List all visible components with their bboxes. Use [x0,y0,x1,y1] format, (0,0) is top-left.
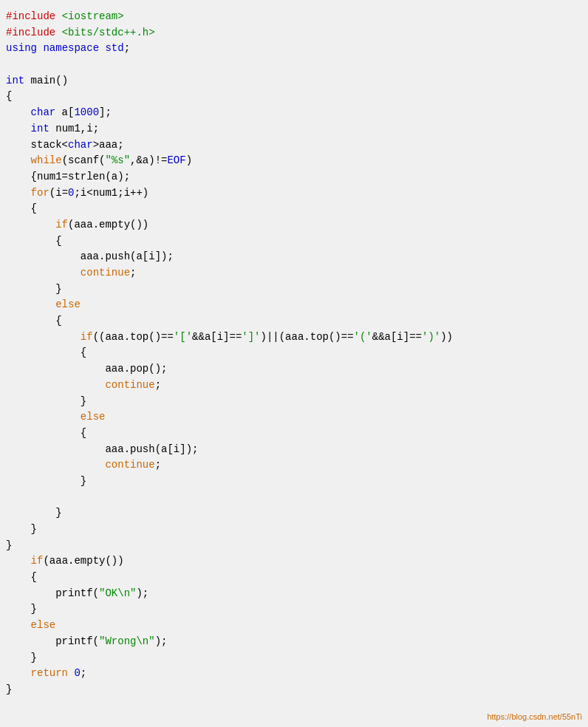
code-line: continue; [6,265,582,281]
code-line: aaa.push(a[i]); [6,249,582,265]
code-line: } [6,474,582,490]
code-line: #include <bits/stdc++.h> [6,25,582,41]
code-line: printf("Wrong\n"); [6,634,582,650]
code-line: while(scanf("%s",&a)!=EOF) [6,153,582,169]
code-line [6,490,582,506]
code-line: } [6,650,582,666]
code-line: } [6,682,582,698]
code-line: { [6,570,582,586]
code-line: aaa.pop(); [6,361,582,378]
code-line: continue; [6,378,582,394]
code-line: { [6,345,582,361]
code-line: using namespace std; [6,41,582,57]
code-line: stack<char>aaa; [6,137,582,154]
code-line: {num1=strlen(a); [6,169,582,185]
code-line: int main() [6,73,582,89]
code-line: aaa.push(a[i]); [6,442,582,458]
code-line: #include <iostream> [6,9,582,25]
code-line: { [6,89,582,105]
code-line: if(aaa.empty()) [6,553,582,570]
code-line: { [6,201,582,217]
code-container: #include <iostream> #include <bits/stdc+… [0,0,588,727]
code-line: if((aaa.top()=='['&&a[i]==']')||(aaa.top… [6,330,582,346]
code-line: { [6,233,582,250]
code-line: char a[1000]; [6,105,582,121]
code-line: continue; [6,457,582,474]
code-line: } [6,522,582,538]
code-line: } [6,538,582,554]
code-line [6,57,582,73]
code-line: if(aaa.empty()) [6,217,582,233]
code-line: } [6,505,582,522]
code-line: } [6,281,582,298]
watermark: https://blog.csdn.net/55nTi [487,712,582,721]
code-line: } [6,394,582,410]
code-line: else [6,409,582,426]
code-line: else [6,297,582,313]
code-line: for(i=0;i<num1;i++) [6,185,582,202]
code-line: int num1,i; [6,121,582,137]
code-line: { [6,313,582,330]
code-line: else [6,618,582,634]
code-line: return 0; [6,666,582,682]
code-line: { [6,426,582,442]
code-line: } [6,601,582,618]
code-line: printf("OK\n"); [6,586,582,602]
